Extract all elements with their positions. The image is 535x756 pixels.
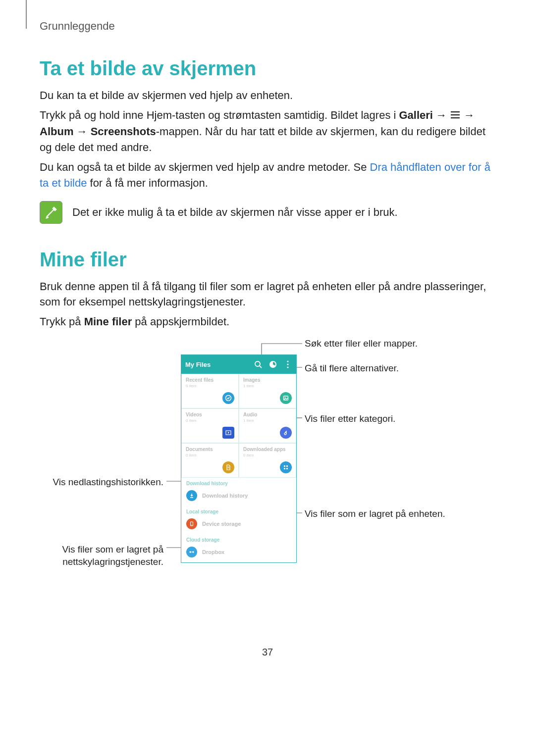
arrow: →: [461, 109, 475, 121]
arrow: →: [73, 125, 90, 138]
recent-icon: [222, 392, 234, 404]
page-number: 37: [40, 647, 495, 658]
edge-rule: [26, 0, 27, 29]
svg-line-4: [260, 366, 262, 368]
p-screenshot-alt: Du kan også ta et bilde av skjermen ved …: [40, 159, 495, 191]
tile-sub: 0 item: [186, 453, 235, 457]
tile-sub: 0 item: [186, 418, 235, 423]
image-icon: [280, 392, 292, 404]
storage-icon[interactable]: [268, 360, 277, 369]
tile-sub: 1 item: [243, 384, 293, 388]
text-screenshots: Screenshots: [91, 125, 156, 138]
tile-label: Images: [243, 377, 293, 383]
category-grid: Recent files 0 item Images 1 item Videos…: [181, 374, 296, 478]
tile-label: Documents: [186, 447, 235, 452]
row-label: Download history: [202, 493, 248, 499]
phone-header: My Files: [181, 355, 296, 374]
tile-label: Downloaded apps: [243, 447, 293, 452]
svg-point-7: [287, 364, 288, 365]
device-icon: [186, 518, 197, 529]
text-minefiler: Mine filer: [84, 315, 132, 328]
document-icon: [222, 461, 234, 473]
tile-label: Videos: [186, 412, 235, 417]
tile-documents[interactable]: Documents 0 item: [181, 443, 239, 478]
svg-point-8: [287, 367, 288, 368]
row-label: Device storage: [202, 521, 241, 527]
tile-images[interactable]: Images 1 item: [239, 374, 296, 408]
note-text: Det er ikke mulig å ta et bilde av skjer…: [72, 204, 398, 220]
tile-downloaded-apps[interactable]: Downloaded apps 0 item: [239, 443, 296, 478]
row-dropbox[interactable]: Dropbox: [181, 544, 296, 562]
svg-point-20: [191, 525, 192, 525]
phone-title: My Files: [185, 361, 211, 368]
arrow: →: [433, 109, 450, 121]
tile-label: Audio: [243, 412, 293, 417]
text: for å få mer informasjon.: [87, 177, 208, 189]
row-device-storage[interactable]: Device storage: [181, 515, 296, 534]
text: Trykk på og hold inne Hjem-tasten og str…: [40, 109, 399, 121]
search-icon[interactable]: [254, 360, 263, 369]
section-download-history: Download history: [181, 478, 296, 487]
music-icon: [280, 427, 292, 439]
heading-myfiles: Mine filer: [40, 249, 495, 271]
tile-sub: 1 item: [243, 418, 293, 423]
breadcrumb: Grunnleggende: [40, 20, 495, 33]
phone-mock: My Files Recent files 0 item: [181, 354, 297, 563]
tile-recent[interactable]: Recent files 0 item: [181, 374, 239, 408]
text-album: Album: [40, 125, 73, 138]
tile-sub: 0 item: [243, 453, 293, 457]
hamburger-icon: [450, 108, 461, 124]
tile-audio[interactable]: Audio 1 item: [239, 408, 296, 443]
apps-icon: [280, 461, 292, 473]
svg-point-11: [285, 397, 286, 398]
p-screenshot-intro: Du kan ta et bilde av skjermen ved hjelp…: [40, 88, 495, 103]
tile-videos[interactable]: Videos 0 item: [181, 408, 239, 443]
svg-rect-16: [286, 465, 288, 467]
dropbox-icon: [186, 547, 197, 557]
p-screenshot-howto: Trykk på og hold inne Hjem-tasten og str…: [40, 107, 495, 155]
diagram: Søk etter filer eller mapper. Gå til fle…: [40, 340, 495, 587]
text: Trykk på: [40, 315, 84, 328]
svg-point-6: [287, 361, 288, 362]
row-label: Dropbox: [202, 549, 224, 555]
heading-screenshot: Ta et bilde av skjermen: [40, 57, 495, 80]
svg-point-3: [255, 361, 260, 366]
tile-sub: 0 item: [186, 384, 235, 388]
text: på appskjermbildet.: [132, 315, 229, 328]
p-myfiles-launch: Trykk på Mine filer på appskjermbildet.: [40, 314, 495, 330]
section-cloud-storage: Cloud storage: [181, 534, 296, 544]
note-icon: [40, 201, 62, 224]
svg-rect-18: [286, 468, 288, 469]
tile-label: Recent files: [186, 377, 235, 383]
text: Du kan også ta et bilde av skjermen ved …: [40, 161, 370, 173]
p-myfiles-intro: Bruk denne appen til å få tilgang til fi…: [40, 279, 495, 310]
download-icon: [186, 490, 197, 501]
row-download-history[interactable]: Download history: [181, 487, 296, 506]
section-local-storage: Local storage: [181, 506, 296, 515]
svg-rect-15: [284, 465, 285, 467]
more-icon[interactable]: [283, 360, 292, 369]
video-icon: [222, 427, 234, 439]
note-row: Det er ikke mulig å ta et bilde av skjer…: [40, 201, 495, 224]
text-galleri: Galleri: [399, 109, 433, 121]
svg-rect-17: [284, 468, 285, 469]
